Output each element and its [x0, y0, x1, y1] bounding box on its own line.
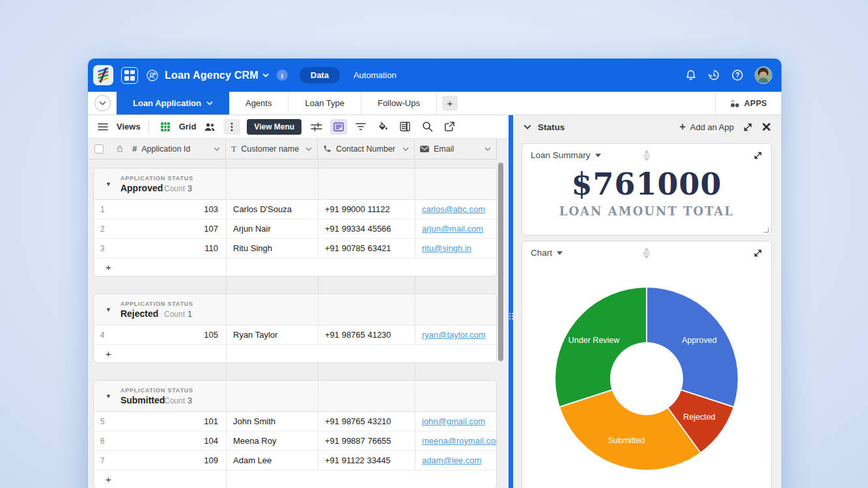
info-icon[interactable]: i: [277, 70, 288, 81]
add-row-row[interactable]: +: [94, 470, 496, 488]
views-menu-icon[interactable]: [94, 119, 111, 135]
drag-handle-icon[interactable]: [642, 248, 651, 258]
add-row-plus-icon[interactable]: +: [94, 258, 227, 276]
view-more-kebab-icon[interactable]: [223, 119, 240, 135]
cell-application-id[interactable]: 110: [204, 243, 218, 253]
filter-icon[interactable]: [352, 119, 369, 135]
cell-customer-name[interactable]: Meena Roy: [227, 431, 318, 450]
group-collapse-triangle-icon[interactable]: ▼: [105, 181, 111, 187]
row-detail-form-icon[interactable]: [330, 119, 347, 135]
cell-application-id[interactable]: 103: [204, 204, 218, 214]
tab-chevron-icon[interactable]: [206, 101, 213, 105]
help-icon[interactable]: ?: [731, 69, 744, 81]
views-label[interactable]: Views: [117, 122, 141, 131]
tab-loan-application[interactable]: Loan Application: [117, 92, 229, 115]
add-row-row[interactable]: +: [94, 345, 496, 362]
collaborators-icon[interactable]: [201, 119, 218, 135]
group-collapse-triangle-icon[interactable]: ▼: [105, 393, 111, 400]
cell-customer-name[interactable]: John Smith: [227, 412, 318, 431]
table-row[interactable]: 7109 Adam Lee +91 91122 33445 adam@lee.c…: [94, 451, 496, 470]
cell-application-id[interactable]: 104: [204, 436, 218, 446]
table-row[interactable]: 6104 Meena Roy +91 99887 76655 meena@roy…: [94, 431, 496, 451]
group-header[interactable]: ▼ APPLICATION STATUS Approved Count3: [94, 169, 496, 200]
apps-button[interactable]: APPS: [744, 99, 767, 108]
user-avatar[interactable]: [755, 66, 772, 84]
panel-splitter[interactable]: [509, 115, 513, 488]
cell-application-id[interactable]: 105: [204, 330, 218, 340]
cell-email-link[interactable]: ritu@singh.in: [422, 243, 471, 253]
cell-contact-number[interactable]: +91 99334 45566: [318, 219, 415, 238]
color-fill-icon[interactable]: [374, 119, 391, 135]
column-header-contact-number[interactable]: Contact Number: [318, 139, 415, 159]
donut-chart[interactable]: ApprovedRejectedSubmittedUnder Review: [555, 288, 738, 470]
base-title-chevron-icon[interactable]: [262, 73, 269, 77]
cell-email-link[interactable]: adam@lee.com: [422, 455, 481, 465]
table-row[interactable]: 3110 Ritu Singh +91 90785 63421 ritu@sin…: [94, 239, 496, 258]
app-switcher-icon[interactable]: [121, 67, 138, 84]
group-header[interactable]: ▼ APPLICATION STATUS Rejected Count1: [94, 294, 496, 325]
cell-application-id[interactable]: 107: [204, 224, 218, 234]
share-icon[interactable]: [441, 119, 458, 135]
search-icon[interactable]: [419, 119, 436, 135]
add-row-row[interactable]: +: [94, 258, 496, 276]
resize-corner-icon[interactable]: [763, 227, 769, 233]
expand-panel-icon[interactable]: [743, 122, 753, 132]
add-row-plus-icon[interactable]: +: [94, 470, 227, 488]
history-icon[interactable]: [708, 69, 720, 81]
cell-customer-name[interactable]: Ryan Taylor: [227, 325, 318, 344]
summary-title-chevron-icon[interactable]: [595, 154, 601, 157]
cell-contact-number[interactable]: +91 90785 63421: [318, 239, 415, 258]
cell-customer-name[interactable]: Ritu Singh: [227, 239, 318, 258]
cell-contact-number[interactable]: +91 98765 43210: [318, 412, 415, 431]
table-row[interactable]: 4105 Ryan Taylor +91 98765 41230 ryan@ta…: [94, 325, 496, 345]
notifications-bell-icon[interactable]: [684, 69, 697, 81]
cell-email-link[interactable]: carlos@abc.com: [422, 204, 485, 214]
expand-summary-card-icon[interactable]: [753, 151, 763, 160]
cell-customer-name[interactable]: Adam Lee: [227, 451, 318, 470]
panel-collapse-chevron-icon[interactable]: [524, 124, 531, 129]
add-an-app-button[interactable]: + Add an App: [679, 121, 734, 133]
close-panel-icon[interactable]: [762, 122, 771, 131]
column-menu-chevron-icon[interactable]: [214, 147, 220, 151]
chart-card-title[interactable]: Chart: [531, 248, 552, 258]
base-title[interactable]: Loan Agency CRM: [165, 70, 259, 81]
grid-view-icon[interactable]: [157, 119, 174, 135]
add-row-plus-icon[interactable]: +: [94, 345, 227, 362]
table-row[interactable]: 1103 Carlos D'Souza +91 99000 11122 carl…: [94, 200, 496, 219]
group-header[interactable]: ▼ APPLICATION STATUS Submitted Count3: [94, 381, 496, 412]
summary-card-title[interactable]: Loan Summary: [531, 150, 591, 160]
cell-email-link[interactable]: john@gmail.com: [422, 416, 485, 426]
table-row[interactable]: 2107 Arjun Nair +91 99334 45566 arjun@ma…: [94, 219, 496, 239]
drag-handle-icon[interactable]: [642, 150, 651, 161]
vertical-scrollbar[interactable]: [498, 163, 503, 361]
cell-contact-number[interactable]: +91 91122 33445: [318, 451, 415, 470]
row-height-icon[interactable]: [397, 119, 413, 135]
cell-application-id[interactable]: 101: [204, 416, 218, 426]
tab-agents[interactable]: Agents: [229, 92, 288, 115]
zoho-tables-logo-icon[interactable]: [93, 65, 113, 85]
nav-automation[interactable]: Automation: [343, 67, 408, 83]
group-collapse-triangle-icon[interactable]: ▼: [105, 306, 111, 313]
cell-customer-name[interactable]: Carlos D'Souza: [227, 200, 318, 219]
chart-title-chevron-icon[interactable]: [557, 251, 563, 255]
column-menu-chevron-icon[interactable]: [305, 147, 312, 151]
column-header-application-id[interactable]: # Application Id: [88, 139, 226, 159]
cell-contact-number[interactable]: +91 99887 76655: [318, 431, 415, 450]
select-all-checkbox[interactable]: [94, 144, 104, 154]
nav-data[interactable]: Data: [300, 67, 340, 83]
grid-label[interactable]: Grid: [179, 122, 197, 131]
collapse-tabs-icon[interactable]: [94, 95, 111, 111]
cell-contact-number[interactable]: +91 98765 41230: [318, 325, 415, 344]
table-row[interactable]: 5101 John Smith +91 98765 43210 john@gma…: [94, 412, 496, 431]
column-menu-chevron-icon[interactable]: [402, 147, 409, 151]
column-menu-chevron-icon[interactable]: [484, 147, 491, 151]
cell-application-id[interactable]: 109: [204, 455, 218, 465]
expand-chart-card-icon[interactable]: [753, 249, 763, 258]
cell-contact-number[interactable]: +91 99000 11122: [318, 200, 415, 219]
splitter-grip-icon[interactable]: [509, 313, 513, 319]
cell-email-link[interactable]: ryan@taylor.com: [422, 330, 486, 340]
cell-email-link[interactable]: meena@roymail.com: [422, 436, 497, 446]
customize-fields-icon[interactable]: [308, 119, 325, 135]
workspace-icon[interactable]: [146, 69, 159, 82]
column-header-email[interactable]: Email: [415, 139, 497, 159]
